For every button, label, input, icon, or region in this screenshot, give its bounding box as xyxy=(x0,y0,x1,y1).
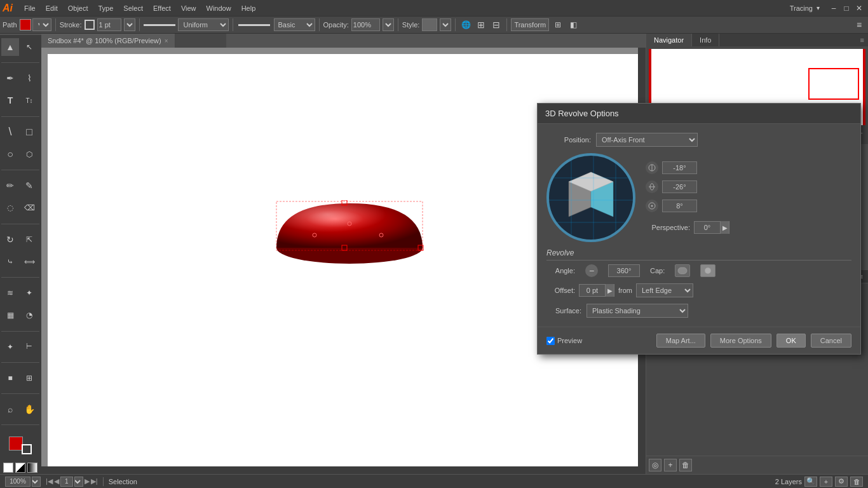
layers-locate-icon[interactable]: ◎ xyxy=(649,459,661,471)
tool-direct-select[interactable]: ↖ xyxy=(20,38,38,56)
nav-viewport-box[interactable] xyxy=(808,68,859,100)
fill-mode-btn[interactable] xyxy=(3,463,13,473)
from-dropdown[interactable]: Left Edge xyxy=(636,283,693,297)
menu-object[interactable]: Object xyxy=(63,3,93,14)
tab-info[interactable]: Info xyxy=(692,34,719,46)
tool-paintbrush[interactable]: ✏ xyxy=(1,177,19,194)
pathfinder-icon[interactable]: ◧ xyxy=(567,18,580,31)
tool-polygon[interactable]: ⬡ xyxy=(20,146,38,163)
tool-scale[interactable]: ⇱ xyxy=(20,231,38,248)
tool-hand[interactable]: ✋ xyxy=(20,400,38,418)
tool-blend[interactable]: ≋ xyxy=(1,284,19,302)
panel-menu-icon[interactable]: ≡ xyxy=(853,18,865,31)
tool-gradient[interactable]: ■ xyxy=(1,369,19,387)
tool-measure[interactable]: ⊢ xyxy=(20,338,38,356)
menu-window[interactable]: Window xyxy=(201,3,236,14)
tracing-label[interactable]: Tracing xyxy=(790,4,813,12)
stroke-width-dropdown[interactable]: ▼ xyxy=(124,18,135,31)
tool-pie-graph[interactable]: ◔ xyxy=(20,306,38,324)
menu-edit[interactable]: Edit xyxy=(41,3,63,14)
tool-rect[interactable]: □ xyxy=(20,123,38,141)
zoom-input[interactable] xyxy=(5,477,31,487)
tab-close[interactable]: × xyxy=(165,37,168,44)
perspective-arrow[interactable]: ▶ xyxy=(720,221,729,234)
tool-zoom[interactable]: ⌕ xyxy=(1,400,19,418)
tool-column-graph[interactable]: ▦ xyxy=(1,306,19,324)
transform-button[interactable]: Transform xyxy=(511,18,549,31)
tool-symbol[interactable]: ✦ xyxy=(20,284,38,302)
web-icon[interactable]: 🌐 xyxy=(459,18,472,31)
zoom-dropdown[interactable]: ▼ xyxy=(32,477,41,487)
opacity-dropdown[interactable]: ▼ xyxy=(383,18,394,31)
tool-select[interactable]: ▲ xyxy=(1,38,19,56)
ok-button[interactable]: OK xyxy=(776,334,806,348)
fill-swatch[interactable] xyxy=(20,19,31,30)
tool-type[interactable]: T xyxy=(1,92,19,109)
menu-effect[interactable]: Effect xyxy=(148,3,176,14)
rotation-y-input[interactable] xyxy=(662,180,697,193)
search-layers-icon[interactable]: 🔍 xyxy=(804,477,817,487)
tab-navigator[interactable]: Navigator xyxy=(646,34,692,46)
layers-delete-icon[interactable]: 🗑 xyxy=(679,459,692,471)
uniform-dropdown[interactable]: Uniform xyxy=(178,18,229,31)
tool-eraser[interactable]: ⌫ xyxy=(20,199,38,217)
tracing-arrow[interactable]: ▾ xyxy=(817,4,820,11)
style-dropdown[interactable]: ▼ xyxy=(440,18,451,31)
style-swatch[interactable] xyxy=(422,18,437,31)
tool-touch-type[interactable]: T↕ xyxy=(20,92,38,109)
menu-view[interactable]: View xyxy=(176,3,201,14)
page-last[interactable]: ▶| xyxy=(91,477,98,485)
cap-button-1[interactable] xyxy=(675,264,690,277)
map-art-button[interactable]: Map Art... xyxy=(656,334,705,348)
tool-ellipse[interactable]: ○ xyxy=(1,146,19,163)
preview-checkbox[interactable] xyxy=(546,337,555,345)
page-next[interactable]: ▶ xyxy=(85,477,90,485)
rotation-z-input[interactable] xyxy=(662,200,697,212)
align-icon[interactable]: ⊞ xyxy=(552,18,564,31)
tool-mesh[interactable]: ⊞ xyxy=(20,369,38,387)
tool-pencil[interactable]: ✎ xyxy=(20,177,38,194)
perspective-input[interactable]: 0° xyxy=(695,221,720,234)
scroll-bottom[interactable] xyxy=(41,466,638,474)
page-input[interactable] xyxy=(60,477,73,487)
page-prev[interactable]: ◀ xyxy=(54,477,59,485)
add-layer-icon[interactable]: + xyxy=(820,477,832,487)
surface-dropdown[interactable]: Plastic Shading xyxy=(587,304,688,318)
canvas-tab[interactable]: Sndbox #4* @ 100% (RGB/Preview) × xyxy=(41,34,175,48)
menu-help[interactable]: Help xyxy=(236,3,261,14)
cube-viewer[interactable] xyxy=(546,153,635,242)
layer-settings-icon[interactable]: ⚙ xyxy=(835,477,848,487)
page-dropdown[interactable]: ▼ xyxy=(74,477,83,487)
menu-select[interactable]: Select xyxy=(118,3,148,14)
panel-options-icon[interactable]: ≡ xyxy=(857,34,868,46)
tool-shaper[interactable]: ◌ xyxy=(1,199,19,217)
stroke-width-input[interactable] xyxy=(97,18,121,31)
cap-button-2[interactable] xyxy=(700,264,715,277)
angle-input[interactable] xyxy=(608,264,640,277)
window-close[interactable]: ✕ xyxy=(853,0,865,16)
basic-dropdown[interactable]: Basic xyxy=(274,18,315,31)
none-mode-btn[interactable] xyxy=(15,463,25,473)
angle-decrease-button[interactable]: − xyxy=(585,264,598,277)
menu-file[interactable]: File xyxy=(19,3,41,14)
delete-layer-icon[interactable]: 🗑 xyxy=(850,477,863,487)
tool-pen[interactable]: ✒ xyxy=(1,69,19,87)
tool-width[interactable]: ⟺ xyxy=(20,253,38,271)
grid-icon[interactable]: ⊞ xyxy=(475,18,487,31)
preview-checkbox-label[interactable]: Preview xyxy=(546,337,582,345)
tool-rotate[interactable]: ↻ xyxy=(1,231,19,248)
grid2-icon[interactable]: ⊟ xyxy=(490,18,503,31)
window-minimize[interactable]: – xyxy=(827,0,840,16)
menu-type[interactable]: Type xyxy=(93,3,119,14)
shape-container[interactable] xyxy=(273,200,426,271)
tool-line[interactable]: \ xyxy=(1,123,19,141)
rotation-x-input[interactable] xyxy=(662,161,697,174)
offset-input[interactable] xyxy=(580,284,605,297)
more-options-button[interactable]: More Options xyxy=(710,334,771,348)
position-dropdown[interactable]: Off-Axis Front xyxy=(596,133,698,147)
tool-curvature[interactable]: ⌇ xyxy=(20,69,38,87)
fill-type-dropdown[interactable]: ▼ xyxy=(32,18,51,31)
page-first[interactable]: |◀ xyxy=(46,477,53,485)
opacity-input[interactable] xyxy=(351,18,380,31)
grad-mode-btn[interactable] xyxy=(27,463,37,473)
